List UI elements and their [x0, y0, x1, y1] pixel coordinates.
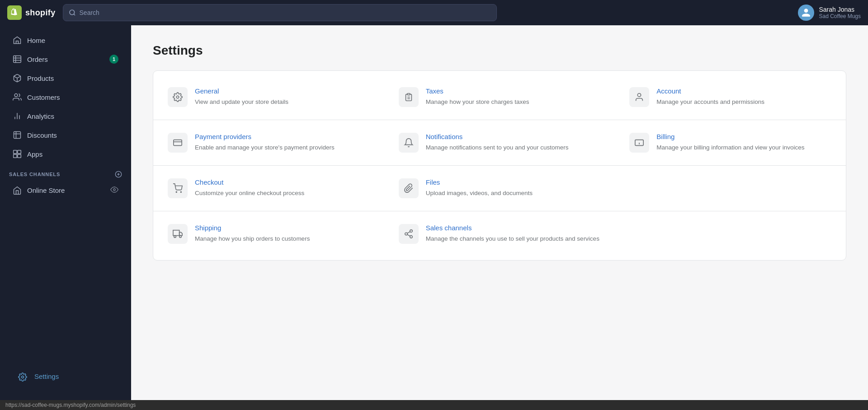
user-area[interactable]: Sarah Jonas Sad Coffee Mugs [798, 5, 861, 21]
svg-rect-9 [18, 154, 21, 158]
sidebar-label-discounts: Discounts [27, 131, 57, 139]
general-desc: View and update your store details [195, 98, 370, 107]
receipt-icon [399, 87, 419, 107]
shipping-title: Shipping [195, 224, 370, 232]
sidebar-item-customers[interactable]: Customers [4, 88, 127, 106]
add-sales-channel-icon[interactable] [115, 171, 122, 178]
user-info: Sarah Jonas Sad Coffee Mugs [819, 6, 861, 19]
files-desc: Upload images, videos, and documents [426, 189, 601, 198]
general-content: General View and update your store detai… [195, 87, 370, 107]
svg-point-31 [410, 230, 412, 232]
sidebar-item-analytics[interactable]: Analytics [4, 107, 127, 125]
sidebar-item-products[interactable]: Products [4, 69, 127, 87]
online-store-label: Online Store [27, 186, 65, 194]
page-title: Settings [153, 43, 846, 58]
sidebar-item-discounts[interactable]: Discounts [4, 126, 127, 144]
empty-cell-3 [615, 166, 846, 211]
sidebar-item-apps[interactable]: Apps [4, 145, 127, 163]
sidebar-label-customers: Customers [27, 93, 60, 101]
shopify-logo-icon [7, 5, 22, 20]
svg-rect-7 [18, 150, 21, 154]
status-bar: https://sad-coffee-mugs.myshopify.com/ad… [0, 400, 868, 410]
svg-point-29 [174, 236, 176, 238]
shipping-content: Shipping Manage how you ship orders to c… [195, 224, 370, 243]
settings-item-files[interactable]: Files Upload images, videos, and documen… [384, 166, 615, 211]
sidebar-item-home[interactable]: Home [4, 31, 127, 49]
svg-rect-1 [14, 56, 21, 63]
user-name: Sarah Jonas [819, 6, 861, 13]
svg-point-13 [113, 189, 116, 191]
settings-item-account[interactable]: Account Manage your accounts and permiss… [615, 75, 846, 120]
sidebar: Home Orders 1 Products Customers Analyti… [0, 25, 131, 400]
files-content: Files Upload images, videos, and documen… [426, 178, 601, 198]
sidebar-label-orders: Orders [27, 56, 48, 63]
svg-point-26 [180, 191, 181, 192]
sidebar-label-products: Products [27, 75, 54, 82]
layout: Home Orders 1 Products Customers Analyti… [0, 25, 868, 400]
settings-item-shipping[interactable]: Shipping Manage how you ship orders to c… [153, 211, 384, 256]
taxes-title: Taxes [426, 87, 601, 95]
checkout-title: Checkout [195, 178, 370, 186]
billing-icon [629, 133, 649, 153]
svg-point-30 [179, 236, 182, 238]
eye-icon[interactable] [110, 186, 118, 195]
svg-point-15 [176, 96, 179, 98]
sidebar-item-settings[interactable]: Settings [4, 360, 127, 394]
payment-desc: Enable and manage your store's payment p… [195, 143, 370, 152]
avatar [798, 5, 814, 21]
empty-cell-4 [615, 211, 846, 256]
sales-channels-desc: Manage the channels you use to sell your… [426, 234, 601, 243]
account-content: Account Manage your accounts and permiss… [656, 87, 831, 107]
svg-point-19 [638, 93, 641, 97]
sidebar-item-online-store[interactable]: Online Store [4, 181, 127, 200]
taxes-desc: Manage how your store charges taxes [426, 98, 601, 107]
account-desc: Manage your accounts and permissions [656, 98, 831, 107]
topbar: shopify Search Sarah Jonas Sad Coffee Mu… [0, 0, 868, 25]
svg-point-14 [22, 376, 24, 378]
svg-point-33 [410, 236, 412, 238]
payment-icon [168, 133, 188, 153]
settings-row-1: General View and update your store detai… [153, 75, 846, 120]
taxes-content: Taxes Manage how your store charges taxe… [426, 87, 601, 107]
settings-item-payment[interactable]: Payment providers Enable and manage your… [153, 120, 384, 165]
svg-rect-16 [407, 93, 410, 95]
sales-channels-section: SALES CHANNELS [0, 163, 131, 181]
settings-row-3: Checkout Customize your online checkout … [153, 165, 846, 211]
sales-channels-title: Sales channels [426, 224, 601, 232]
svg-rect-8 [14, 154, 17, 158]
main-content: Settings General View and update your st… [131, 25, 868, 400]
sidebar-label-apps: Apps [27, 150, 42, 158]
sidebar-label-analytics: Analytics [27, 112, 54, 120]
notifications-content: Notifications Manage notifications sent … [426, 133, 601, 152]
sidebar-item-orders[interactable]: Orders 1 [4, 50, 127, 68]
user-store: Sad Coffee Mugs [819, 13, 861, 19]
notifications-title: Notifications [426, 133, 601, 140]
settings-item-checkout[interactable]: Checkout Customize your online checkout … [153, 166, 384, 211]
files-title: Files [426, 178, 601, 186]
logo[interactable]: shopify [7, 5, 56, 20]
billing-desc: Manage your billing information and view… [656, 143, 831, 152]
settings-item-notifications[interactable]: Notifications Manage notifications sent … [384, 120, 615, 165]
svg-line-35 [407, 232, 410, 233]
shipping-desc: Manage how you ship orders to customers [195, 234, 370, 243]
settings-item-billing[interactable]: Billing Manage your billing information … [615, 120, 846, 165]
svg-point-0 [70, 10, 75, 15]
payment-title: Payment providers [195, 133, 370, 140]
svg-rect-27 [173, 230, 179, 236]
logo-text: shopify [25, 8, 56, 18]
notifications-desc: Manage notifications sent to you and you… [426, 143, 601, 152]
sales-channels-content: Sales channels Manage the channels you u… [426, 224, 601, 243]
svg-rect-6 [14, 150, 17, 154]
sidebar-label-home: Home [27, 37, 45, 44]
bell-icon [399, 133, 419, 153]
search-bar[interactable]: Search [63, 4, 497, 21]
svg-line-34 [407, 234, 410, 236]
search-placeholder: Search [80, 9, 491, 16]
general-title: General [195, 87, 370, 95]
settings-item-general[interactable]: General View and update your store detai… [153, 75, 384, 120]
settings-item-taxes[interactable]: Taxes Manage how your store charges taxe… [384, 75, 615, 120]
svg-point-25 [176, 191, 177, 192]
truck-icon [168, 224, 188, 244]
settings-item-sales-channels[interactable]: Sales channels Manage the channels you u… [384, 211, 615, 256]
settings-row-4: Shipping Manage how you ship orders to c… [153, 211, 846, 256]
